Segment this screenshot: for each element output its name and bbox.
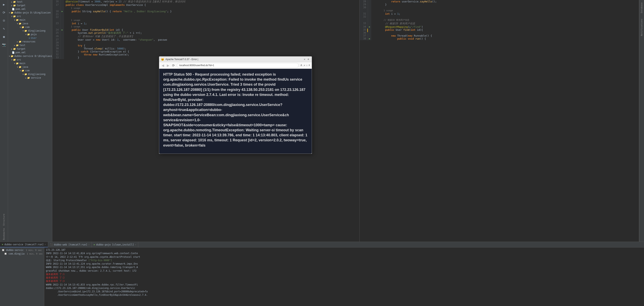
tab-dubbo-pojo[interactable]: ▶ dubbo-pojo [clean,install] ✕ [92,242,138,247]
arrow-icon: ▶ [11,48,12,50]
code-line-r-hint: 1 usage [360,9,639,12]
sidebar-label: com [25,26,30,28]
console-line: .UserService&bind.ip=172.23.126.187&bind… [46,290,642,293]
sidebar-item-target[interactable]: ▶ 📁 target [8,3,52,7]
sync-icon[interactable]: ⟳ [1,10,7,15]
structure-label: Structure [2,214,5,226]
folder-icon: 📁 [13,0,16,3]
code-line-r37: 37 new Thread(new Runnable() { [360,34,639,37]
console-line: WARN 2022-11-14 14:13:42,833 org.apache.… [46,283,642,287]
tab-dubbo-service[interactable]: ▶ dubbo-service [tomcat7:run] ✕ [0,242,48,247]
sidebar-label: resources [22,40,36,43]
folder-icon: 📁 [19,22,22,25]
tab-dubbo-web[interactable]: ⬛ dubbo-web [tomcat7:run] ✕ [48,242,92,247]
sidebar-item-dubbo-service[interactable]: ▼ 📁 dubbo-service D:\DingJiaxi [8,54,52,58]
sidebar-item-main2[interactable]: ▼ 📁 main [8,61,52,65]
arrow-icon: ▶ [11,4,12,7]
gutter [60,41,64,44]
settings-icon[interactable]: ⛭ [1,18,7,23]
tab-label: dubbo-pojo [clean,install] [96,243,134,246]
arrow-icon: ▶ [14,44,15,46]
sidebar-item-src2[interactable]: ▼ 📁 src [8,58,52,61]
arrow-icon: ▼ [14,19,15,21]
sidebar-item-pojo[interactable]: ▼ 📁 pojo [8,32,52,36]
console-line: .UserService&methods=sayHello,findUserBy… [46,293,642,297]
file-icon: 📄 [12,8,15,10]
sidebar-item-java2[interactable]: ▼ 📁 java [8,65,52,69]
debug-icon[interactable]: ◉ [1,34,7,39]
code-content: Thread.sleep( millis: 5000); [64,47,360,50]
right-panels: Database Notifications [639,0,644,242]
edit-icon[interactable]: ✎ [1,26,7,31]
code-content: 1 usage [371,9,639,12]
download-icon[interactable]: ⬇ [308,63,310,67]
sidebar-item-test2[interactable]: ▶ 📁 test [8,43,52,47]
sidebar-item-service[interactable]: ▶ 📁 service [8,76,52,80]
sidebar-item-main1[interactable]: ▼ 📁 main [8,18,52,22]
sidebar-item-com2[interactable]: ▼ 📁 com [8,69,52,72]
code-content: // 根据ID 查询用户信息 [371,22,639,25]
run-tree-item-service[interactable]: 🔲 dubbo-servic 1 min, 9 sec [1,248,43,252]
editor-scroll-right[interactable]: 28 return userService.sayHello(); 29 } 3… [360,0,639,242]
browser-error-content: HTTP Status 500 - Request processing fai… [159,69,312,154]
close-tab-icon[interactable]: ✕ [45,243,46,246]
sidebar-item-ding2[interactable]: ▼ 📁 dingjiaxiong [8,72,52,76]
console-line: 十一月 14, 2022 2:12:41 下午 org.apache.coyot… [46,255,642,259]
forward-button[interactable]: ▶ [166,63,170,68]
code-line-r32: 32 [360,15,639,18]
arrow-icon: ▼ [22,73,24,75]
gutter: ▶ [60,28,64,31]
arrow-icon: ▼ [9,12,10,14]
run-icon[interactable]: ▶ [1,1,7,7]
sidebar-item-dubbo-pojo[interactable]: ▼ 📁 dubbo-pojo D:\DingJiaxion [8,11,52,14]
code-line-23: 23 int i = 1; [52,22,360,25]
new-tab-icon[interactable]: + [306,57,310,61]
sidebar-item-pom[interactable]: 📄 pom.xml [8,7,52,11]
arrow-icon: ▶ [25,77,26,79]
camera-icon[interactable]: 📷 [1,42,7,47]
sidebar-label: main [20,18,25,21]
sidebar-item-pom2[interactable]: 📄 pom.xml [8,51,52,54]
sidebar-item-com1[interactable]: ▼ 📁 com [8,25,52,29]
sidebar-label: service [31,76,41,79]
translate-icon[interactable]: Ａ [300,63,303,67]
run-tab-icon: ▶ [94,243,95,246]
sidebar-item-src1[interactable]: ▼ 📁 src [8,14,52,18]
bookmark-icon[interactable]: ☆ [306,63,308,67]
file-icon: 📄 [12,51,15,54]
share-icon[interactable]: ↗ [304,63,305,67]
sidebar-label: pom.xml [16,51,26,54]
sidebar-item-java1[interactable]: ▼ 📁 java [8,22,52,25]
arrow-icon: ▼ [11,59,12,61]
code-line-r29: 29 } [360,3,639,6]
code-line-hint1: 1 usage [52,6,360,10]
gutter [368,3,371,6]
sidebar-label: dingjiaxiong [28,29,46,32]
code-line-30: 30 Thread.sleep( millis: 5000); [52,47,360,50]
close-tab-icon[interactable]: ✕ [88,244,90,246]
code-content [371,6,639,9]
run-console[interactable]: 172.23.126.187 INFO 2022-11-14 14:12:41,… [44,248,644,306]
sidebar-item-target2[interactable]: ▶ 📁 target [8,47,52,51]
line-number: 36 [360,31,368,34]
refresh-button[interactable]: ⟳ [171,63,176,68]
code-content: public class UserServiceImpl implements … [64,3,360,6]
run-tree-item-com[interactable]: 🔲 com.dingjia 1 min, 9 sec [1,252,43,256]
gutter [368,18,371,22]
sidebar-item-user[interactable]: © User [8,36,52,40]
run-tabs: ▶ dubbo-service [tomcat7:run] ✕ ⬛ dubbo-… [0,242,644,248]
database-panel-label[interactable]: Database [640,1,643,14]
sidebar-item-resources[interactable]: ▶ 📁 resources [8,40,52,43]
line-number: 27 [52,38,60,41]
close-tab-icon[interactable]: ✕ [135,244,136,246]
arrow-icon: ▼ [14,62,15,64]
notifications-panel-label[interactable]: Notifications [640,18,643,37]
sidebar-item-ding1[interactable]: ▼ 📁 dingjiaxiong [8,29,52,32]
close-browser-icon[interactable]: ✕ [304,58,306,61]
sidebar-label: dubbo-service D:\DingJiaxi [14,55,52,57]
code-content: User user = new User( id: 1, username: "… [64,38,360,41]
sidebar-item-test[interactable]: ▶ 📁 test [8,0,52,3]
arrow-icon: ▼ [25,33,26,35]
address-bar[interactable] [177,63,299,68]
back-button[interactable]: ◀ [161,63,165,68]
